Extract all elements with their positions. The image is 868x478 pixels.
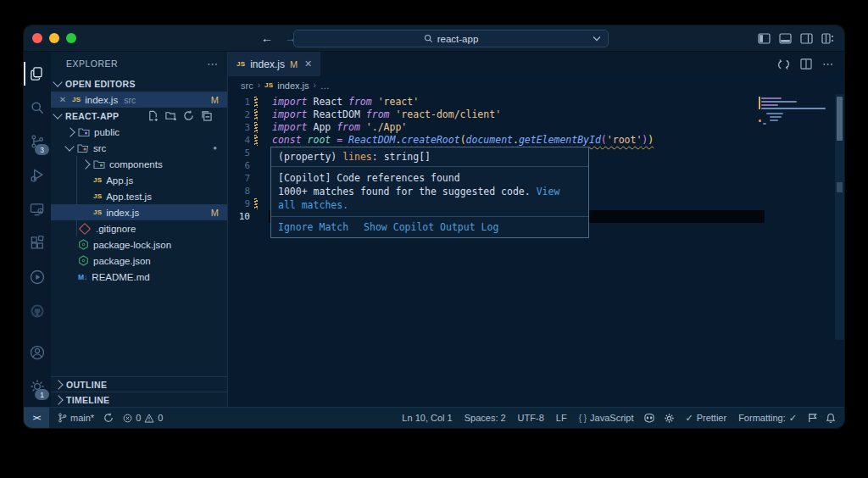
indentation-status[interactable]: Spaces: 2: [459, 408, 512, 428]
search-icon: [424, 34, 433, 43]
js-file-icon: JS: [264, 81, 273, 89]
more-actions-icon[interactable]: ⋯: [822, 58, 834, 70]
git-branch-icon: [58, 413, 67, 423]
tab-label: index.js: [250, 58, 285, 70]
error-icon: [123, 414, 132, 423]
live-preview-icon[interactable]: [24, 260, 51, 294]
tree-item-app-test-js[interactable]: JS App.test.js: [51, 188, 227, 204]
extensions-icon[interactable]: [24, 226, 51, 260]
minimap-warning-marker: [759, 119, 761, 122]
encoding-status[interactable]: UTF-8: [512, 408, 550, 428]
source-control-icon[interactable]: 3: [24, 125, 51, 158]
hover-widget: (property) lines: string[] [Copilot] Cod…: [270, 147, 589, 238]
explorer-sidebar: EXPLORER ⋯ OPEN EDITORS ✕ JS index.js sr…: [51, 52, 228, 407]
tree-item-app-js[interactable]: JS App.js: [51, 172, 227, 188]
copilot-status[interactable]: [639, 408, 659, 428]
run-debug-icon[interactable]: [24, 158, 51, 192]
feedback-status[interactable]: [803, 408, 822, 428]
section-timeline[interactable]: TIMELINE: [51, 392, 227, 407]
code-editor[interactable]: 12345678910 import React from 'react'imp…: [228, 94, 844, 407]
section-open-editors[interactable]: OPEN EDITORS: [51, 75, 227, 92]
modified-dot-icon: ●: [213, 144, 217, 152]
warning-icon: [144, 414, 154, 423]
remote-indicator[interactable]: ><: [24, 408, 49, 428]
toggle-sidebar-right-icon[interactable]: [800, 33, 813, 44]
tree-item-gitignore[interactable]: .gitignore: [51, 220, 227, 236]
customize-layout-icon[interactable]: [821, 33, 834, 44]
eol-status[interactable]: LF: [550, 408, 573, 428]
tree-item-src[interactable]: src ●: [51, 140, 227, 156]
chevron-right-icon: [81, 159, 90, 169]
scrollbar-marker: [837, 182, 843, 192]
chevron-down-icon: [64, 142, 74, 151]
copilot-icon: [643, 413, 655, 423]
remote-explorer-icon[interactable]: [24, 192, 51, 226]
collapse-all-icon[interactable]: [201, 110, 212, 121]
formatting-status[interactable]: Formatting: ✓: [732, 408, 803, 428]
tab-index-js[interactable]: JS index.js M ✕: [228, 52, 320, 76]
toggle-sidebar-left-icon[interactable]: [758, 33, 771, 44]
tree-item-package-json[interactable]: package.json: [51, 253, 227, 269]
explorer-icon[interactable]: [24, 57, 51, 91]
chevron-down-icon: [53, 77, 62, 86]
command-center[interactable]: react-app: [293, 30, 609, 47]
chevron-down-icon[interactable]: [593, 36, 601, 42]
tree-item-readme-md[interactable]: M↓ README.md: [51, 269, 227, 285]
check-icon: ✓: [789, 413, 797, 424]
folder-open-icon: [77, 143, 89, 153]
minimize-window-button[interactable]: [49, 33, 59, 43]
settings-gear-icon[interactable]: 1: [24, 370, 51, 403]
minimap[interactable]: [761, 96, 833, 130]
tree-item-package-lock-json[interactable]: package-lock.json: [51, 236, 227, 253]
zoom-window-button[interactable]: [66, 33, 76, 43]
breadcrumb[interactable]: src › JS index.js › …: [228, 76, 844, 94]
section-outline[interactable]: OUTLINE: [51, 376, 227, 392]
open-editor-item[interactable]: ✕ JS index.js src M: [51, 92, 227, 108]
refresh-icon[interactable]: [183, 110, 194, 121]
new-file-icon[interactable]: [147, 110, 159, 121]
views-more-actions-icon[interactable]: ⋯: [207, 58, 219, 70]
close-icon[interactable]: ✕: [58, 95, 68, 104]
sidebar-title: EXPLORER: [66, 58, 118, 69]
problems-status[interactable]: 0 0: [117, 408, 169, 428]
new-folder-icon[interactable]: [165, 110, 176, 121]
prettier-status[interactable]: ✓ Prettier: [679, 408, 732, 428]
ignore-match-link[interactable]: Ignore Match: [278, 221, 348, 233]
search-icon[interactable]: [24, 91, 51, 125]
split-editor-icon[interactable]: [800, 58, 812, 69]
source-control-badge: 3: [35, 144, 49, 155]
tree-item-public[interactable]: public: [51, 124, 227, 140]
js-file-icon: JS: [93, 192, 102, 200]
js-file-icon: JS: [72, 96, 81, 103]
extension-gear-status[interactable]: [659, 408, 679, 428]
folder-icon: [78, 127, 90, 137]
tree-item-components[interactable]: components: [51, 156, 227, 172]
activity-bar: 3 1: [24, 52, 51, 407]
close-tab-icon[interactable]: ✕: [304, 58, 312, 69]
scrollbar[interactable]: [835, 94, 844, 340]
language-status[interactable]: { } JavaScript: [573, 408, 640, 428]
back-icon[interactable]: ←: [261, 31, 273, 45]
branch-status[interactable]: main*: [49, 408, 100, 428]
gear-icon: [664, 413, 675, 424]
scrollbar-thumb[interactable]: [837, 97, 843, 141]
section-workspace[interactable]: REACT-APP: [51, 108, 227, 124]
account-icon[interactable]: [24, 336, 51, 370]
open-changes-icon[interactable]: [777, 58, 790, 70]
gutter: 12345678910: [228, 96, 269, 223]
cursor-position[interactable]: Ln 10, Col 1: [396, 408, 458, 428]
tab-bar: JS index.js M ✕ ⋯: [228, 52, 844, 76]
notifications-status[interactable]: [822, 408, 839, 428]
sync-status[interactable]: [100, 408, 117, 428]
close-window-button[interactable]: [32, 33, 42, 43]
show-copilot-output-log-link[interactable]: Show Copilot Output Log: [364, 221, 498, 233]
editor-group: JS index.js M ✕ ⋯ src › JS index.js › …: [228, 52, 844, 407]
chevron-down-icon: [53, 109, 62, 119]
breadcrumb-separator: ›: [258, 81, 260, 90]
github-icon[interactable]: [24, 294, 51, 328]
markdown-icon: M↓: [78, 273, 87, 281]
git-icon: [79, 222, 91, 234]
git-modified-badge: M: [211, 208, 219, 218]
tree-item-index-js[interactable]: JS index.js M: [51, 204, 227, 220]
toggle-panel-icon[interactable]: [779, 33, 792, 44]
